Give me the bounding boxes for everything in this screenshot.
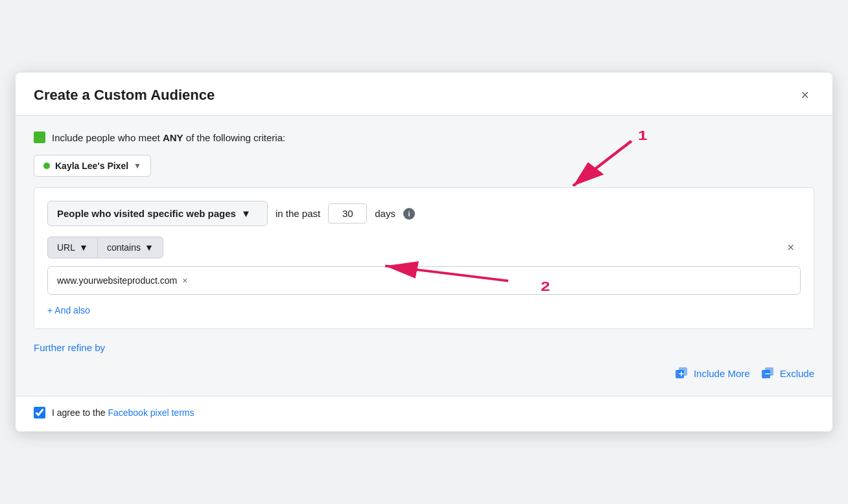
svg-rect-1	[679, 367, 687, 376]
dialog-body: Include people who meet ANY of the follo…	[16, 116, 832, 396]
criteria-main-row: People who visited specific web pages ▼ …	[47, 201, 801, 226]
include-more-button[interactable]: Include More	[674, 366, 750, 380]
dialog-title: Create a Custom Audience	[34, 87, 215, 104]
pixel-selector-row: Kayla Lee's Pixel ▼	[34, 155, 814, 177]
url-type-button[interactable]: URL ▼	[47, 236, 97, 258]
agree-checkbox[interactable]	[34, 407, 45, 418]
visited-pages-label: People who visited specific web pages	[57, 208, 236, 219]
info-icon[interactable]: i	[403, 208, 415, 220]
pixel-selector-button[interactable]: Kayla Lee's Pixel ▼	[34, 155, 151, 177]
dropdown-chevron-icon: ▼	[241, 208, 251, 219]
exclude-label: Exclude	[780, 368, 814, 379]
days-label: days	[375, 208, 395, 219]
visited-pages-dropdown[interactable]: People who visited specific web pages ▼	[47, 201, 268, 226]
dialog-header: Create a Custom Audience ×	[16, 73, 832, 116]
create-custom-audience-dialog: Create a Custom Audience × Include peopl…	[16, 73, 832, 431]
contains-label: contains	[107, 242, 141, 253]
facebook-pixel-terms-link[interactable]: Facebook pixel terms	[108, 407, 194, 418]
pixel-name: Kayla Lee's Pixel	[55, 161, 128, 171]
exclude-icon	[760, 366, 775, 380]
url-chevron-icon: ▼	[79, 242, 88, 253]
contains-chevron-icon: ▼	[145, 242, 154, 253]
contains-button[interactable]: contains ▼	[97, 236, 163, 258]
criteria-box: People who visited specific web pages ▼ …	[34, 187, 814, 329]
close-button[interactable]: ×	[795, 86, 814, 105]
svg-rect-5	[765, 367, 773, 376]
include-label: Include people who meet ANY of the follo…	[52, 132, 285, 143]
include-more-icon	[674, 366, 689, 380]
agree-row: I agree to the Facebook pixel terms	[16, 396, 832, 431]
agree-text: I agree to the Facebook pixel terms	[52, 407, 194, 418]
bottom-actions: Include More Exclude	[34, 366, 814, 383]
url-tag: www.yourwebsiteproduct.com ×	[57, 275, 189, 286]
include-criteria-header: Include people who meet ANY of the follo…	[34, 132, 814, 143]
include-more-label: Include More	[694, 368, 750, 379]
chevron-down-icon: ▼	[134, 161, 141, 170]
further-refine-link[interactable]: Further refine by	[34, 342, 105, 353]
days-input[interactable]	[328, 203, 367, 223]
pixel-status-dot	[43, 163, 50, 169]
url-row-delete-button[interactable]: ×	[781, 238, 801, 257]
url-type-label: URL	[57, 242, 75, 253]
exclude-button[interactable]: Exclude	[760, 366, 814, 380]
url-tag-row: www.yourwebsiteproduct.com ×	[47, 266, 801, 295]
url-tag-input-container[interactable]: www.yourwebsiteproduct.com ×	[47, 266, 801, 295]
and-also-link[interactable]: + And also	[47, 303, 90, 318]
url-filter-row: URL ▼ contains ▼ ×	[47, 236, 801, 258]
green-square-icon	[34, 132, 45, 143]
tag-remove-button[interactable]: ×	[181, 275, 189, 286]
url-tag-value: www.yourwebsiteproduct.com	[57, 275, 177, 286]
in-the-past-label: in the past	[276, 208, 320, 219]
